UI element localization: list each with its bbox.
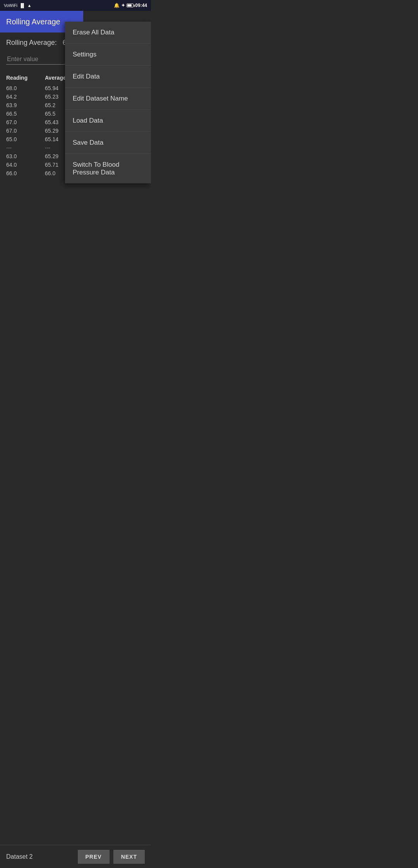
cell-reading: 67.0 [6,119,45,125]
battery-icon [127,3,134,7]
enter-value-input[interactable] [6,54,68,65]
dropdown-item-edit-dataset-name[interactable]: Edit Dataset Name [65,88,151,110]
status-bar: VoWiFi ▐▌ ▲ 🔔 ✦ 09:44 [0,0,151,11]
app-bar-title: Rolling Average [6,17,60,26]
alarm-icon: 🔔 [114,3,120,8]
cell-reading: 63.9 [6,102,45,108]
dropdown-item-settings[interactable]: Settings [65,44,151,66]
status-left: VoWiFi ▐▌ ▲ [4,3,31,8]
battery-fill [127,4,132,7]
cell-reading: 64.0 [6,162,45,168]
cell-reading: 63.0 [6,153,45,159]
top-section: Rolling Average Erase All DataSettingsEd… [0,11,151,32]
dropdown-item-load-data[interactable]: Load Data [65,110,151,132]
signal-icon: ▐▌ [19,3,26,8]
header-reading: Reading [6,75,45,81]
bluetooth-icon: ✦ [121,3,125,8]
dropdown-item-edit-data[interactable]: Edit Data [65,66,151,88]
wifi-icon: ▲ [27,3,31,8]
time-label: 09:44 [135,3,147,8]
cell-reading: 65.0 [6,136,45,142]
sep-reading: --- [6,145,45,151]
status-right: 🔔 ✦ 09:44 [114,3,147,8]
rolling-average-label-text: Rolling Average: [6,39,57,46]
cell-reading: 67.0 [6,128,45,134]
carrier-label: VoWiFi [4,3,17,8]
dropdown-item-erase-all-data[interactable]: Erase All Data [65,22,151,44]
cell-reading: 68.0 [6,85,45,91]
cell-reading: 64.2 [6,94,45,100]
dropdown-item-save-data[interactable]: Save Data [65,132,151,154]
cell-reading: 66.0 [6,170,45,176]
dropdown-item-switch-to-blood-pressure[interactable]: Switch To Blood Pressure Data [65,154,151,183]
dropdown-menu: Erase All DataSettingsEdit DataEdit Data… [65,22,151,183]
cell-reading: 66.5 [6,111,45,117]
